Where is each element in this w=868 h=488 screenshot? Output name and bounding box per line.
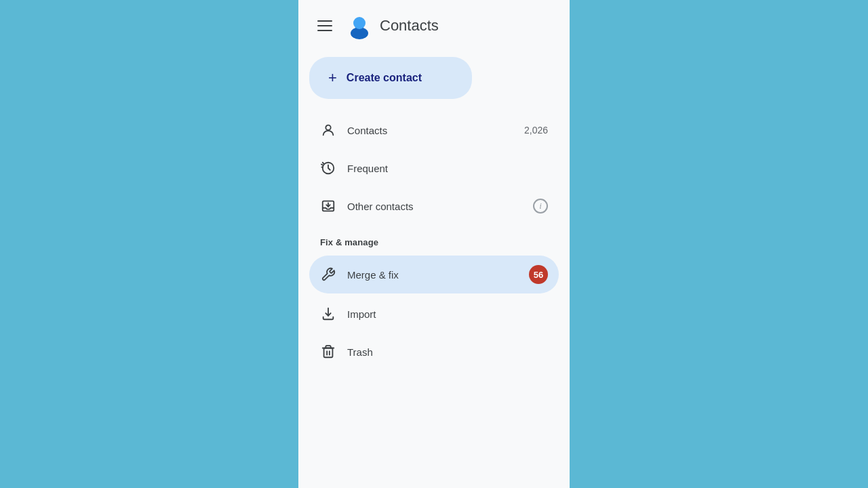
contacts-panel: Contacts + Create contact Contacts 2,026	[298, 0, 570, 488]
inbox-download-icon	[320, 198, 336, 214]
nav-item-import[interactable]: Import	[309, 296, 559, 331]
nav-item-frequent[interactable]: Frequent	[309, 150, 559, 186]
right-background	[570, 0, 868, 488]
create-contact-label: Create contact	[347, 72, 422, 84]
trash-icon	[320, 344, 336, 360]
nav-item-merge-fix[interactable]: Merge & fix 56	[309, 256, 559, 293]
svg-point-1	[353, 17, 366, 29]
plus-icon: +	[328, 69, 337, 87]
download-icon	[320, 306, 336, 322]
svg-point-2	[326, 125, 330, 130]
nav-content: + Create contact Contacts 2,026	[298, 46, 570, 488]
menu-button[interactable]	[315, 18, 335, 34]
contacts-label: Contacts	[347, 125, 513, 136]
tools-icon	[320, 266, 336, 283]
other-contacts-label: Other contacts	[347, 201, 522, 212]
nav-item-other-contacts[interactable]: Other contacts i	[309, 188, 559, 224]
app-name-label: Contacts	[380, 17, 439, 35]
info-icon[interactable]: i	[533, 199, 548, 214]
left-background	[0, 0, 298, 488]
contacts-count: 2,026	[524, 125, 548, 136]
fix-manage-section-label: Fix & manage	[309, 226, 559, 253]
merge-fix-badge: 56	[529, 265, 548, 284]
frequent-label: Frequent	[347, 163, 548, 174]
nav-item-trash[interactable]: Trash	[309, 334, 559, 369]
app-header: Contacts	[298, 0, 570, 46]
app-icon	[346, 12, 373, 39]
nav-item-contacts[interactable]: Contacts 2,026	[309, 113, 559, 148]
trash-label: Trash	[347, 346, 548, 358]
create-contact-button[interactable]: + Create contact	[309, 57, 472, 99]
svg-rect-5	[324, 348, 333, 358]
merge-fix-label: Merge & fix	[347, 269, 518, 281]
person-icon	[320, 122, 336, 138]
app-title: Contacts	[346, 12, 439, 39]
import-label: Import	[347, 308, 548, 320]
history-icon	[320, 160, 336, 176]
